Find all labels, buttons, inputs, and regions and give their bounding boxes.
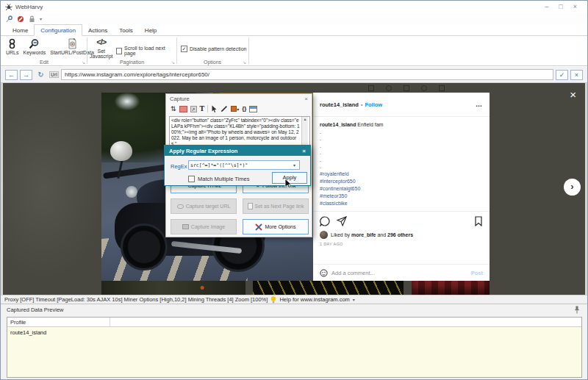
set-js-label-1: Set bbox=[98, 49, 106, 54]
caption-username[interactable]: route14_island bbox=[320, 122, 356, 127]
refresh-selection-icon[interactable]: ⇅ bbox=[171, 105, 176, 112]
capture-target-url-button[interactable]: Capture target URL bbox=[171, 198, 237, 214]
more-options-icon bbox=[255, 223, 262, 231]
regex-dropdown-icon[interactable]: ▾ bbox=[293, 162, 295, 168]
app-spider-icon bbox=[5, 4, 12, 11]
pin-icon[interactable] bbox=[574, 306, 580, 314]
modal-close-icon[interactable]: × bbox=[570, 89, 576, 100]
qat-dropdown-icon[interactable]: ▾ bbox=[40, 16, 42, 21]
table-tool-icon[interactable] bbox=[249, 106, 257, 112]
hashtag-link[interactable]: #royalenfield bbox=[320, 171, 483, 178]
maximize-button[interactable]: □ bbox=[559, 1, 562, 12]
share-icon[interactable] bbox=[337, 216, 347, 226]
capture-dialog-title: Capture bbox=[170, 96, 190, 102]
keywords-button[interactable]: Keywords bbox=[23, 37, 47, 56]
tab-actions[interactable]: Actions bbox=[82, 25, 113, 35]
more-options-button[interactable]: More Options bbox=[243, 219, 309, 234]
set-next-page-link-button[interactable]: Set as Next Page link bbox=[243, 198, 309, 214]
stop-icon[interactable] bbox=[17, 15, 24, 23]
post-action-bar bbox=[313, 211, 490, 229]
preview-title: Captured Data Preview bbox=[7, 306, 64, 313]
options-dialog-launcher-icon[interactable]: ↘ bbox=[243, 60, 246, 65]
bookmark-icon[interactable] bbox=[474, 216, 483, 226]
regex-close-icon[interactable]: × bbox=[302, 148, 306, 154]
stop-load-button[interactable]: × bbox=[570, 70, 583, 80]
comment-row: Add a comment... Post bbox=[313, 264, 490, 281]
scroll-next-page-checkbox[interactable] bbox=[116, 48, 123, 54]
pencil-tool-icon[interactable] bbox=[220, 105, 228, 112]
text-tool-icon[interactable]: T bbox=[200, 105, 205, 112]
export-tool-icon[interactable]: ↗ bbox=[190, 106, 197, 112]
match-multiple-checkbox[interactable] bbox=[188, 176, 195, 182]
liker-avatar[interactable] bbox=[320, 231, 328, 239]
hashtag-link[interactable]: #continentalgt650 bbox=[320, 185, 483, 193]
chain-icon bbox=[7, 37, 17, 50]
go-button[interactable]: ✓ bbox=[556, 70, 568, 80]
braces-tool-icon[interactable]: {} bbox=[242, 105, 246, 112]
liked-count-link[interactable]: 296 others bbox=[387, 232, 413, 237]
mouse-cursor bbox=[284, 179, 293, 189]
help-dropdown-icon[interactable]: ▾ bbox=[353, 297, 355, 302]
pointer-tool-icon[interactable] bbox=[211, 105, 218, 113]
next-post-button[interactable]: › bbox=[564, 179, 581, 196]
caption-text: Enfield fam bbox=[356, 122, 383, 127]
post-button[interactable]: Post bbox=[471, 270, 483, 276]
document-icon bbox=[68, 37, 77, 50]
lightbulb-icon bbox=[270, 296, 276, 304]
back-button[interactable]: ← bbox=[5, 70, 18, 80]
url-icon: Url bbox=[49, 71, 59, 78]
preview-data-row[interactable]: route14_island bbox=[7, 327, 581, 336]
preview-header-row: Profile bbox=[7, 318, 581, 327]
ribbon-group-options: ✓ Disable pattern detection Options ↘ bbox=[178, 36, 247, 65]
options-group-label: Options bbox=[178, 60, 247, 65]
urls-button[interactable]: URLs bbox=[5, 37, 20, 56]
highlight-tool-icon[interactable]: ▾ bbox=[231, 106, 239, 112]
regex-dialog: Apply Regular Expression × RegEx ▾ Match… bbox=[164, 145, 311, 186]
wrench-icon[interactable] bbox=[5, 15, 12, 23]
pagination-dialog-launcher-icon[interactable]: ↘ bbox=[171, 60, 175, 65]
regex-input[interactable] bbox=[188, 160, 300, 170]
caption-dot: . bbox=[320, 163, 483, 171]
refresh-button[interactable]: ↻ bbox=[35, 70, 47, 80]
tab-tools[interactable]: Tools bbox=[113, 25, 139, 35]
post-header: route14_island • Follow … bbox=[313, 93, 490, 117]
ribbon-tab-row: Home Configuration Actions Tools Help bbox=[1, 24, 587, 36]
url-input[interactable] bbox=[61, 69, 553, 80]
lock-icon[interactable] bbox=[29, 15, 35, 23]
quick-access-toolbar: ▾ bbox=[1, 13, 587, 24]
post-options-icon[interactable]: … bbox=[476, 101, 483, 108]
webharvy-window: WebHarvy – □ × ▾ Home Configuration Acti… bbox=[0, 0, 588, 380]
set-javascript-button[interactable]: </> Set Javascript bbox=[90, 37, 113, 59]
hashtag-link[interactable]: #classicbike bbox=[320, 200, 483, 207]
column-header-profile[interactable]: Profile bbox=[7, 318, 110, 326]
thumbnail[interactable] bbox=[253, 281, 404, 295]
regex-field-label: RegEx bbox=[171, 163, 187, 170]
username-link[interactable]: route14_island bbox=[320, 101, 359, 108]
match-multiple-label: Match Multiple Times bbox=[198, 176, 249, 182]
image-tool-icon[interactable] bbox=[179, 106, 187, 112]
edit-dialog-launcher-icon[interactable]: ↘ bbox=[82, 60, 85, 65]
help-link[interactable]: Help for www.instagram.com bbox=[279, 296, 349, 303]
forward-button[interactable]: → bbox=[20, 70, 32, 80]
thumbnail[interactable] bbox=[412, 281, 490, 295]
tab-home[interactable]: Home bbox=[7, 25, 34, 35]
hashtag-link[interactable]: #meteor350 bbox=[320, 193, 483, 200]
caption-dot: . bbox=[320, 157, 483, 164]
follow-button[interactable]: Follow bbox=[365, 101, 382, 108]
caption-dot: . bbox=[320, 135, 483, 143]
liked-user-link[interactable]: more_bife bbox=[351, 232, 376, 237]
window-close-button[interactable]: × bbox=[573, 1, 577, 12]
tab-configuration[interactable]: Configuration bbox=[34, 24, 82, 36]
tab-help[interactable]: Help bbox=[139, 25, 162, 35]
capture-close-icon[interactable]: × bbox=[304, 96, 308, 102]
hashtag-link[interactable]: #interceptor650 bbox=[320, 178, 483, 185]
thumbnail[interactable] bbox=[101, 281, 245, 295]
emoji-icon[interactable] bbox=[320, 269, 328, 277]
disable-pattern-checkbox[interactable]: ✓ bbox=[181, 46, 187, 52]
capture-image-button[interactable]: Capture Image bbox=[171, 219, 237, 234]
comment-icon[interactable] bbox=[320, 216, 330, 226]
address-bar: ← → ↻ Url ✓ × bbox=[1, 67, 587, 83]
minimize-button[interactable]: – bbox=[545, 1, 548, 12]
comment-input[interactable]: Add a comment... bbox=[331, 270, 375, 276]
image-icon bbox=[182, 224, 189, 229]
